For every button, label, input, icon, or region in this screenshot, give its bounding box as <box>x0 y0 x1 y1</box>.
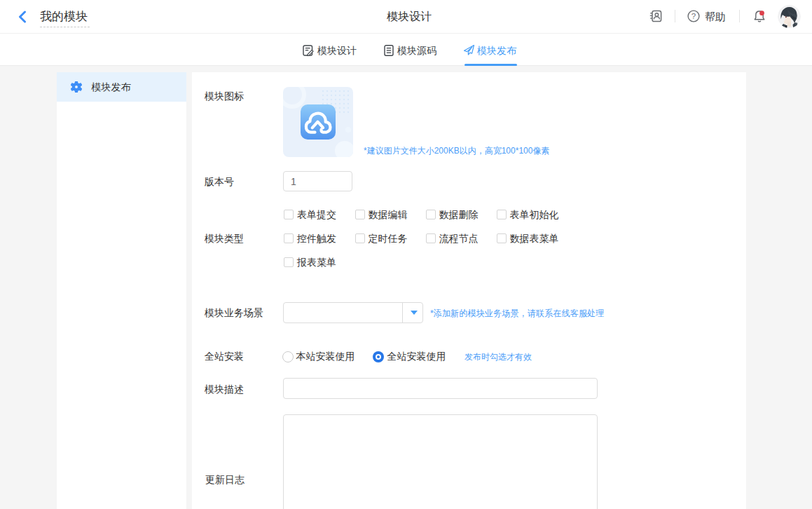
svg-text:?: ? <box>691 12 696 20</box>
